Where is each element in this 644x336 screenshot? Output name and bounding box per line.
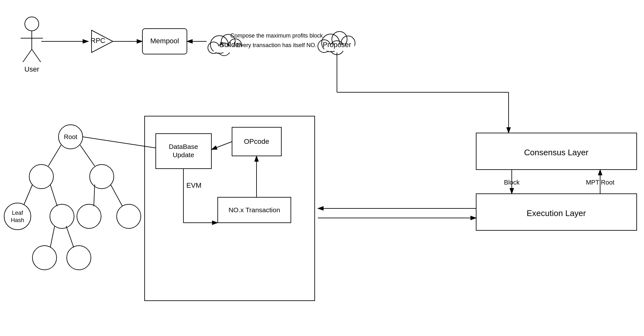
tree-node-l3-1 bbox=[32, 246, 57, 270]
compose-text2: Every transaction has itself NO. bbox=[236, 42, 317, 48]
user-left-leg bbox=[23, 49, 32, 62]
tree-node-l3-2 bbox=[67, 246, 91, 270]
l1-right-rr-line bbox=[111, 185, 122, 206]
diagram-canvas: User RPC Mempool Builder Compose the max… bbox=[0, 0, 644, 336]
root-label: Root bbox=[64, 133, 78, 140]
user-right-leg bbox=[32, 49, 41, 62]
root-l1-right-line bbox=[80, 145, 95, 166]
user-label: User bbox=[24, 65, 39, 73]
l1-right-rl-line bbox=[94, 185, 95, 206]
lr-l3-2-line bbox=[66, 226, 74, 248]
lr-l3-1-line bbox=[50, 226, 55, 248]
database-update-label1: DataBase bbox=[169, 143, 198, 150]
database-update-label2: Update bbox=[173, 151, 194, 158]
opcode-label: OPcode bbox=[244, 137, 269, 145]
evm-label: EVM bbox=[186, 181, 202, 189]
l1-left-lr-line bbox=[50, 185, 57, 206]
compose-text1: Compose the maximum profits block bbox=[230, 32, 323, 39]
root-l1-left-line bbox=[48, 145, 61, 166]
arrow-opcode-database bbox=[211, 142, 232, 150]
tree-node-l2-rl bbox=[77, 204, 101, 228]
tree-node-l2-lr bbox=[50, 204, 74, 228]
tree-node-l1-right bbox=[90, 164, 114, 189]
tree-node-l1-left bbox=[29, 164, 53, 189]
consensus-layer-label: Consensus Layer bbox=[524, 148, 589, 157]
rpc-label: RPC bbox=[91, 37, 106, 45]
proposer-label: Proposer bbox=[323, 41, 351, 49]
main-svg: User RPC Mempool Builder Compose the max… bbox=[0, 0, 644, 336]
l1-left-ll-line bbox=[24, 185, 32, 205]
user-head bbox=[25, 17, 39, 31]
leaf-hash-label2: Hash bbox=[11, 217, 24, 223]
mempool-label: Mempool bbox=[150, 37, 179, 45]
notransaction-label: NO.x Transaction bbox=[229, 206, 280, 214]
execution-layer-label: Execution Layer bbox=[527, 208, 586, 218]
tree-node-leaf-hash bbox=[4, 203, 31, 230]
tree-node-l2-rr bbox=[117, 204, 141, 228]
leaf-hash-label1: Leaf bbox=[12, 210, 23, 216]
